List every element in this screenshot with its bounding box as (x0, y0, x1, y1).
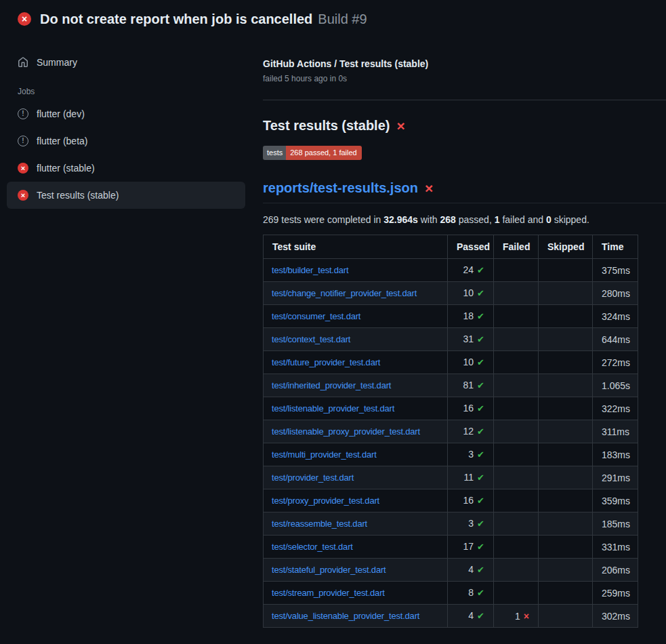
section-title-text: Test results (stable) (263, 118, 390, 134)
report-title: reports/test-results.json × (263, 180, 666, 203)
red-x-icon: × (425, 181, 433, 195)
failed-count: 1 (515, 611, 520, 622)
skipped-cell (539, 489, 593, 512)
home-icon (18, 57, 28, 68)
passed-count: 3 (468, 449, 474, 460)
passed-count: 10 (463, 357, 474, 367)
table-row: test/selector_test.dart17✔331ms (264, 536, 638, 559)
check-icon: ✔ (477, 311, 484, 321)
skipped-cell (539, 282, 593, 305)
time-value: 185ms (593, 512, 638, 536)
sidebar-item-label: flutter (dev) (37, 108, 85, 119)
check-icon: ✔ (477, 588, 484, 598)
passed-count: 31 (463, 334, 474, 344)
test-suite-link[interactable]: test/listenable_proxy_provider_test.dart (272, 426, 420, 437)
sidebar-item-flutter-beta[interactable]: !flutter (beta) (7, 127, 245, 155)
check-icon: ✔ (477, 288, 484, 298)
summary-line: 269 tests were completed in 32.964s with… (263, 214, 666, 225)
check-icon: ✔ (477, 542, 484, 552)
passed-count: 24 (463, 264, 474, 275)
test-suite-link[interactable]: test/provider_test.dart (272, 472, 354, 483)
table-row: test/provider_test.dart11✔291ms (264, 466, 638, 489)
breadcrumb: GitHub Actions / Test results (stable) (263, 58, 666, 69)
check-icon: ✔ (477, 519, 484, 529)
cancelled-circle-icon: ! (18, 108, 28, 119)
table-row: test/change_notifier_provider_test.dart1… (264, 282, 638, 305)
check-run-header: × Do not create report when job is cance… (0, 0, 666, 38)
time-value: 322ms (593, 397, 638, 420)
cancelled-circle-icon: ! (18, 136, 28, 146)
summary-number: 268 (440, 214, 456, 225)
test-suite-link[interactable]: test/builder_test.dart (272, 265, 348, 275)
x-circle-icon: × (18, 163, 28, 174)
results-table-body: test/builder_test.dart24✔375mstest/chang… (264, 259, 638, 628)
skipped-cell (539, 420, 593, 443)
passed-count: 17 (463, 541, 474, 552)
test-suite-link[interactable]: test/stateful_provider_test.dart (272, 565, 386, 575)
time-value: 183ms (593, 443, 638, 466)
col-header-time: Time (593, 235, 638, 259)
skipped-cell (539, 328, 593, 351)
sidebar-item-flutter-dev[interactable]: !flutter (dev) (7, 100, 245, 127)
col-header-test-suite: Test suite (264, 235, 448, 259)
test-suite-link[interactable]: test/stream_provider_test.dart (272, 588, 385, 598)
test-suite-link[interactable]: test/change_notifier_provider_test.dart (272, 288, 417, 298)
tests-badge: tests 268 passed, 1 failed (263, 146, 362, 160)
test-suite-link[interactable]: test/listenable_provider_test.dart (272, 403, 394, 414)
check-icon: ✔ (477, 472, 484, 483)
check-icon: ✔ (477, 565, 484, 575)
sidebar-item-label: Test results (stable) (37, 190, 119, 201)
check-icon: ✔ (477, 449, 484, 460)
page-title: Do not create report when job is cancell… (40, 12, 312, 26)
test-suite-link[interactable]: test/context_test.dart (272, 334, 350, 344)
run-status-text: failed 5 hours ago in 0s (263, 74, 666, 83)
time-value: 375ms (593, 259, 638, 282)
sidebar-item-flutter-stable[interactable]: ×flutter (stable) (7, 155, 245, 182)
test-suite-link[interactable]: test/reassemble_test.dart (272, 519, 367, 529)
sidebar-item-test-results-stable[interactable]: ×Test results (stable) (7, 182, 245, 209)
test-suite-link[interactable]: test/future_provider_test.dart (272, 357, 380, 367)
table-row: test/consumer_test.dart18✔324ms (264, 305, 638, 328)
test-suite-link[interactable]: test/inherited_provider_test.dart (272, 380, 391, 390)
time-value: 206ms (593, 559, 638, 582)
skipped-cell (539, 559, 593, 582)
x-circle-icon: × (18, 190, 28, 201)
passed-count: 4 (468, 610, 474, 621)
sidebar-item-summary[interactable]: Summary (7, 49, 245, 76)
table-row: test/stateful_provider_test.dart4✔206ms (264, 559, 638, 582)
report-file-link[interactable]: reports/test-results.json (263, 180, 418, 196)
time-value: 311ms (593, 420, 638, 443)
col-header-passed: Passed (448, 235, 494, 259)
table-row: test/reassemble_test.dart3✔185ms (264, 512, 638, 536)
badge-label: tests (263, 146, 286, 160)
check-icon: ✔ (477, 611, 484, 621)
time-value: 359ms (593, 489, 638, 512)
sidebar-jobs: !flutter (dev)!flutter (beta)×flutter (s… (7, 100, 245, 209)
check-icon: ✔ (477, 496, 484, 506)
test-suite-link[interactable]: test/consumer_test.dart (272, 311, 360, 321)
test-suite-link[interactable]: test/proxy_provider_test.dart (272, 496, 379, 506)
table-row: test/listenable_proxy_provider_test.dart… (264, 420, 638, 443)
col-header-failed: Failed (494, 235, 539, 259)
build-number: Build #9 (318, 12, 367, 26)
table-row: test/value_listenable_provider_test.dart… (264, 605, 638, 628)
passed-count: 16 (463, 403, 474, 414)
test-suite-link[interactable]: test/selector_test.dart (272, 542, 353, 552)
skipped-cell (539, 605, 593, 628)
passed-count: 8 (468, 587, 474, 598)
passed-count: 81 (463, 380, 474, 390)
time-value: 291ms (593, 466, 638, 489)
passed-count: 10 (463, 287, 474, 298)
sidebar-summary-label: Summary (37, 57, 77, 68)
check-icon: ✔ (477, 403, 484, 414)
jobs-section-label: Jobs (7, 87, 245, 96)
divider (263, 100, 666, 100)
table-row: test/multi_provider_test.dart3✔183ms (264, 443, 638, 466)
test-suite-link[interactable]: test/multi_provider_test.dart (272, 449, 377, 460)
check-icon: ✔ (477, 265, 484, 275)
skipped-cell (539, 374, 593, 397)
passed-count: 3 (468, 518, 474, 529)
skipped-cell (539, 582, 593, 605)
test-suite-link[interactable]: test/value_listenable_provider_test.dart (272, 611, 419, 621)
check-icon: ✔ (477, 357, 484, 367)
